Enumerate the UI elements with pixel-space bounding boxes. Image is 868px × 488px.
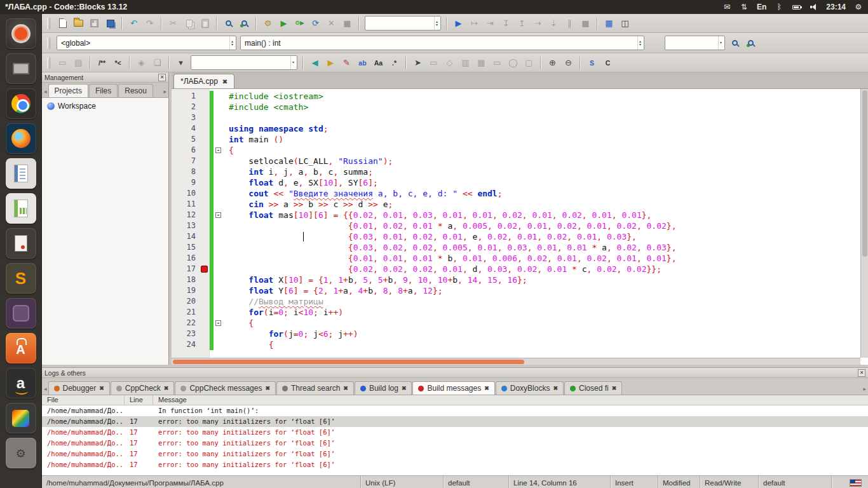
- code-line-2[interactable]: 2#include <cmath>: [172, 102, 860, 112]
- logs-close-button[interactable]: ✕: [858, 369, 865, 377]
- code-editor[interactable]: 1#include <iostream>2#include <cmath>34u…: [172, 89, 868, 365]
- code-line-16[interactable]: 16 {0.01, 0.01, 0.01 * b, 0.01, 0.006, 0…: [172, 253, 860, 264]
- code-line-17[interactable]: 17 {0.02, 0.02, 0.02, 0.01, d, 0.03, 0.0…: [172, 264, 860, 274]
- management-tab-projects[interactable]: Projects: [48, 84, 88, 97]
- firefox-icon[interactable]: [6, 123, 36, 154]
- code-line-9[interactable]: 9 float d, e, SX[10], SY[6];: [172, 177, 860, 188]
- software-center-icon[interactable]: A: [6, 333, 36, 363]
- battery-icon[interactable]: [792, 2, 801, 12]
- management-tab-resou[interactable]: Resou: [118, 84, 153, 97]
- use-regex-button[interactable]: .*: [387, 56, 402, 70]
- breakpoint-marker[interactable]: [201, 266, 208, 273]
- writer-icon[interactable]: [6, 158, 36, 189]
- code-line-12[interactable]: 12- float mas[10][6] = {{0.02, 0.01, 0.0…: [172, 210, 860, 220]
- wxsmith-source-button[interactable]: S: [585, 56, 599, 70]
- pointer-tool-button[interactable]: ➤: [410, 56, 425, 70]
- logs-tabs-scroll-right-icon[interactable]: ▸: [862, 386, 867, 395]
- vertical-scrollbar[interactable]: [860, 89, 868, 358]
- spinner-icon[interactable]: ▴▾: [637, 36, 642, 50]
- code-line-3[interactable]: 3: [172, 112, 860, 123]
- doxy-block-comment-button[interactable]: /**: [95, 56, 109, 70]
- new-file[interactable]: [55, 17, 70, 30]
- code-line-10[interactable]: 10 cout << "Введите значения a, b, c, e,…: [172, 188, 860, 199]
- selected-text-only-button[interactable]: ab: [355, 56, 370, 70]
- code-line-1[interactable]: 1#include <iostream>: [172, 91, 860, 102]
- code-line-20[interactable]: 20 //Вывод матрицы: [172, 296, 860, 307]
- code-line-13[interactable]: 13 {0.01, 0.02, 0.01 * a, 0.005, 0.02, 0…: [172, 220, 860, 231]
- tabs-scroll-left-icon[interactable]: ◂: [43, 88, 48, 97]
- logs-tab-debugger[interactable]: Debugger✖: [48, 381, 110, 395]
- undo-button[interactable]: ↶: [126, 17, 141, 30]
- build-message-row[interactable]: /home/muhammad/До...17error: too many in…: [42, 449, 868, 459]
- run-button[interactable]: ▶: [276, 17, 291, 30]
- logs-tab-build-messages[interactable]: Build messages✖: [412, 381, 494, 395]
- spinner-icon[interactable]: ▴▾: [434, 17, 439, 30]
- network-icon[interactable]: ⇅: [740, 2, 749, 12]
- code-line-4[interactable]: 4using namespace std;: [172, 123, 860, 134]
- tab-close-icon[interactable]: ✖: [265, 385, 270, 391]
- logs-tabs-scroll-left-icon[interactable]: ◂: [43, 386, 48, 395]
- insert-class-method-button[interactable]: ▾: [173, 56, 188, 70]
- highlight-all-button[interactable]: ✎: [339, 56, 354, 70]
- tab-close-icon[interactable]: ✖: [484, 385, 489, 391]
- code-line-8[interactable]: 8 int i, j, a, b, c, summa;: [172, 166, 860, 177]
- logs-tab-thread-search[interactable]: Thread search✖: [276, 381, 354, 395]
- build-target-select[interactable]: ▴▾: [365, 16, 441, 30]
- layout-flag-icon[interactable]: [850, 479, 862, 487]
- bluetooth-icon[interactable]: ᛒ: [775, 2, 783, 12]
- search-prev-button[interactable]: ◀: [308, 56, 322, 70]
- save-all-files[interactable]: [103, 17, 118, 30]
- volume-icon[interactable]: [809, 2, 818, 12]
- logs-tab-doxyblocks[interactable]: DoxyBlocks✖: [496, 381, 564, 395]
- session-gear-icon[interactable]: ⚙: [854, 2, 863, 12]
- code-line-23[interactable]: 23 for(j=0; j<6; j++): [172, 329, 860, 339]
- find[interactable]: [221, 17, 236, 30]
- build-message-row[interactable]: /home/muhammad/До...17error: too many in…: [42, 416, 868, 427]
- clock[interactable]: 23:14: [826, 2, 846, 12]
- logs-tab-cppcheck[interactable]: CppCheck✖: [111, 381, 175, 395]
- tab-close-icon[interactable]: ✖: [343, 385, 348, 391]
- open-file[interactable]: [71, 17, 86, 30]
- logs-tab-closed-fi[interactable]: Closed fi✖: [564, 381, 622, 395]
- search-next-button[interactable]: ▶: [323, 56, 338, 70]
- debugging-windows-button[interactable]: ▦: [602, 17, 616, 30]
- code-line-19[interactable]: 19 float Y[6] = {2, 1+a, 4+b, 8, 8+a, 12…: [172, 285, 860, 296]
- build-button[interactable]: ⚙: [261, 17, 275, 30]
- code-line-22[interactable]: 22- {: [172, 318, 860, 329]
- debug-info-button[interactable]: ◫: [618, 17, 632, 30]
- wxsmith-content-button[interactable]: C: [600, 56, 615, 70]
- media-icon[interactable]: [6, 298, 36, 329]
- search-options-button[interactable]: [743, 36, 758, 50]
- fold-toggle-icon[interactable]: -: [215, 147, 221, 153]
- calc-icon[interactable]: [6, 193, 36, 224]
- build-message-row[interactable]: /home/muhammad/До...17error: too many in…: [42, 459, 868, 470]
- tab-close-icon[interactable]: ✖: [402, 385, 407, 391]
- management-tab-files[interactable]: Files: [89, 84, 118, 97]
- code-line-18[interactable]: 18 float X[10] = {1, 1+b, 5, 5+b, 9, 10,…: [172, 274, 860, 285]
- amazon-icon[interactable]: a: [6, 368, 36, 398]
- keyboard-layout-indicator[interactable]: En: [757, 2, 766, 12]
- build-and-run-button[interactable]: ⚙▶: [292, 17, 307, 30]
- code-line-7[interactable]: 7 setlocale(LC_ALL, "Russian");: [172, 156, 860, 166]
- replace[interactable]: [237, 17, 252, 30]
- workspace-tree-item[interactable]: Workspace: [47, 102, 163, 111]
- dropdown-icon[interactable]: ▾: [290, 56, 295, 69]
- tabs-scroll-right-icon[interactable]: ▸: [162, 88, 168, 97]
- dropdown-icon[interactable]: ▾: [718, 36, 723, 50]
- code-line-11[interactable]: 11 cin >> a >> b >> c >> d >> e;: [172, 199, 860, 210]
- tab-close-icon[interactable]: ✖: [612, 385, 617, 391]
- match-case-button[interactable]: Aa: [371, 56, 386, 70]
- incremental-search-input[interactable]: ▾: [191, 55, 297, 70]
- incremental-search-button[interactable]: [728, 36, 742, 50]
- build-message-row[interactable]: /home/muhammad/До...17error: too many in…: [42, 427, 868, 438]
- scope-select[interactable]: <global> ▴▾: [57, 36, 236, 50]
- code-line-6[interactable]: 6-{: [172, 145, 860, 156]
- horizontal-scrollbar-thumb[interactable]: [173, 360, 524, 364]
- rebuild-button[interactable]: ⟳: [308, 17, 323, 30]
- code-line-5[interactable]: 5int main (): [172, 134, 860, 145]
- build-message-row[interactable]: /home/muhammad/До...17error: too many in…: [42, 438, 868, 449]
- settings-icon[interactable]: ⚙: [6, 438, 36, 468]
- chrome-icon[interactable]: [6, 88, 36, 119]
- editor-tab-laba-cpp[interactable]: *ЛАБА.cpp ✖: [173, 74, 234, 88]
- management-close-button[interactable]: ✕: [158, 74, 166, 81]
